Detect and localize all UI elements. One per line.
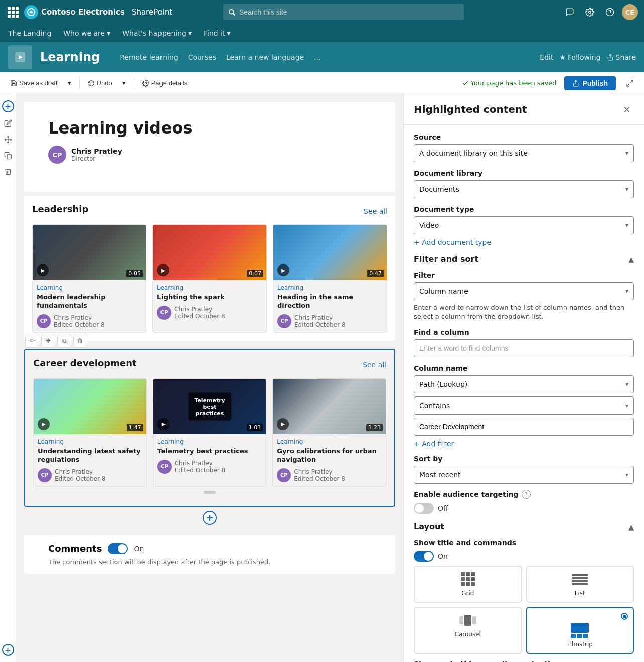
chat-icon-btn[interactable] — [562, 4, 578, 20]
play-btn-4[interactable]: ▶ — [38, 418, 50, 430]
publish-btn[interactable]: Publish — [564, 76, 616, 90]
find-column-input[interactable] — [414, 339, 634, 357]
layout-option-carousel[interactable]: Carousel — [414, 607, 522, 654]
search-box[interactable] — [223, 4, 464, 20]
edit-sidebar-icon[interactable] — [1, 116, 15, 130]
video-duration-4: 1:47 — [127, 424, 143, 431]
section-copy-btn[interactable]: ⧉ — [57, 334, 71, 348]
video-card-1: ▶ 0:05 Learning Modern leadership fundam… — [32, 224, 146, 333]
sitenav-findit[interactable]: Find it ▾ — [204, 29, 231, 37]
layout-collapse-btn[interactable]: ▲ — [628, 523, 634, 531]
audience-info-icon[interactable]: ? — [522, 490, 531, 499]
layout-option-filmstrip[interactable]: Filmstrip — [526, 607, 634, 654]
filter-dropdown[interactable]: Column name ▾ — [414, 282, 634, 300]
audience-label: Enable audience targeting — [414, 490, 519, 498]
undo-dropdown-btn[interactable]: ▾ — [118, 77, 130, 89]
add-doc-type-link[interactable]: + Add document type — [414, 238, 634, 246]
settings-icon-btn[interactable] — [582, 4, 598, 20]
contains-value: Contains — [419, 402, 450, 410]
filmstrip-option-label: Filmstrip — [567, 641, 593, 648]
comments-description: The comments section will be displayed a… — [48, 558, 371, 566]
grid-layout-icon — [458, 572, 478, 587]
audience-toggle[interactable] — [414, 503, 434, 514]
add-section-btn-mid[interactable]: + — [203, 511, 217, 525]
add-section-btn-top[interactable]: + — [2, 100, 14, 112]
play-btn-3[interactable]: ▶ — [277, 264, 289, 276]
avatar[interactable]: CE — [622, 4, 638, 20]
find-column-label: Find a column — [414, 328, 634, 336]
expand-btn[interactable] — [622, 75, 638, 91]
section-header-career: Career development See all — [33, 358, 386, 372]
doc-type-dropdown[interactable]: Video ▾ — [414, 216, 634, 234]
column-name-dropdown[interactable]: Path (Lookup) ▾ — [414, 375, 634, 393]
page-nav-more[interactable]: ... — [314, 53, 320, 61]
sitenav-whathappening[interactable]: What's happening ▾ — [122, 29, 192, 37]
following-btn[interactable]: ★ Following — [559, 53, 600, 61]
show-title-toggle-knob — [424, 552, 433, 561]
svg-line-8 — [627, 84, 629, 86]
comments-toggle[interactable] — [108, 543, 128, 554]
play-btn-5[interactable]: ▶ — [157, 418, 170, 430]
video-info-3: Learning Heading in the same direction C… — [273, 280, 387, 332]
contains-dropdown[interactable]: Contains ▾ — [414, 396, 634, 415]
chevron-icon: ▾ — [107, 29, 110, 37]
help-icon-btn[interactable] — [602, 4, 618, 20]
undo-btn[interactable]: Undo — [84, 77, 116, 89]
play-btn-2[interactable]: ▶ — [157, 264, 169, 276]
doc-library-dropdown[interactable]: Documents ▾ — [414, 180, 634, 198]
nav-icons: CE — [562, 4, 638, 20]
waffle-menu[interactable] — [6, 5, 20, 19]
page-details-btn[interactable]: Page details — [138, 77, 192, 89]
add-section-btn-bottom[interactable]: + — [2, 644, 14, 656]
audience-row: Enable audience targeting ? — [414, 490, 634, 499]
video-title-1: Modern leadership fundamentals — [37, 293, 142, 310]
career-title: Career development — [33, 358, 137, 368]
layout-option-list[interactable]: List — [526, 566, 634, 603]
chevron-icon: ▾ — [188, 29, 192, 37]
leadership-see-all[interactable]: See all — [364, 207, 387, 215]
video-author-3: CP Chris Pratley Edited October 8 — [277, 314, 383, 328]
filter-sort-collapse-btn[interactable]: ▲ — [628, 255, 634, 263]
page-nav-remote-learning[interactable]: Remote learning — [120, 53, 178, 61]
video-author-avatar-2: CP — [157, 306, 171, 320]
career-see-all[interactable]: See all — [363, 361, 386, 369]
panel-close-btn[interactable]: ✕ — [620, 102, 634, 116]
career-video-grid: ▶ 1:47 Learning Understanding latest saf… — [33, 378, 386, 487]
author-avatar: CP — [48, 146, 66, 164]
edit-btn[interactable]: Edit — [540, 53, 553, 61]
delete-sidebar-icon[interactable] — [1, 165, 15, 179]
add-filter-link[interactable]: + Add filter — [414, 440, 634, 448]
section-delete-btn[interactable]: 🗑 — [73, 334, 87, 348]
sort-dropdown[interactable]: Most recent ▾ — [414, 466, 634, 484]
save-draft-btn[interactable]: Save as draft — [6, 77, 62, 89]
move-sidebar-icon[interactable] — [1, 133, 15, 147]
leadership-title: Leadership — [32, 204, 88, 214]
search-input[interactable] — [239, 8, 459, 16]
filmstrip-radio-container — [532, 613, 628, 620]
sitenav-landing[interactable]: The Landing — [8, 29, 51, 37]
company-logo — [24, 5, 38, 19]
video-title-3: Heading in the same direction — [277, 293, 383, 310]
share-btn[interactable]: Share — [607, 53, 636, 61]
copy-sidebar-icon[interactable] — [1, 149, 15, 163]
sitenav-whoweare[interactable]: Who we are ▾ — [63, 29, 110, 37]
page-nav-courses[interactable]: Courses — [188, 53, 216, 61]
video-edited-2: Edited October 8 — [174, 313, 225, 320]
video-duration-3: 0:47 — [367, 270, 384, 277]
section-edit-btn[interactable]: ✏ — [25, 334, 39, 348]
video-tag-3: Learning — [277, 284, 383, 291]
video-edited-1: Edited October 8 — [54, 321, 105, 328]
save-draft-dropdown-btn[interactable]: ▾ — [64, 77, 75, 89]
video-info-4: Learning Understanding latest safety reg… — [34, 434, 146, 486]
section-move-btn[interactable]: ✥ — [41, 334, 55, 348]
play-btn-6[interactable]: ▶ — [277, 418, 289, 430]
video-title-2: Lighting the spark — [157, 293, 262, 302]
play-btn-1[interactable]: ▶ — [37, 264, 49, 276]
show-title-toggle[interactable] — [414, 551, 434, 562]
layout-option-grid[interactable]: Grid — [414, 566, 522, 603]
page-nav-language[interactable]: Learn a new language — [226, 53, 304, 61]
filter-value-input[interactable] — [414, 418, 634, 436]
video-author-1: CP Chris Pratley Edited October 8 — [37, 314, 142, 328]
source-dropdown[interactable]: A document library on this site ▾ — [414, 144, 634, 162]
video-thumb-3: ▶ 0:47 — [273, 225, 387, 280]
